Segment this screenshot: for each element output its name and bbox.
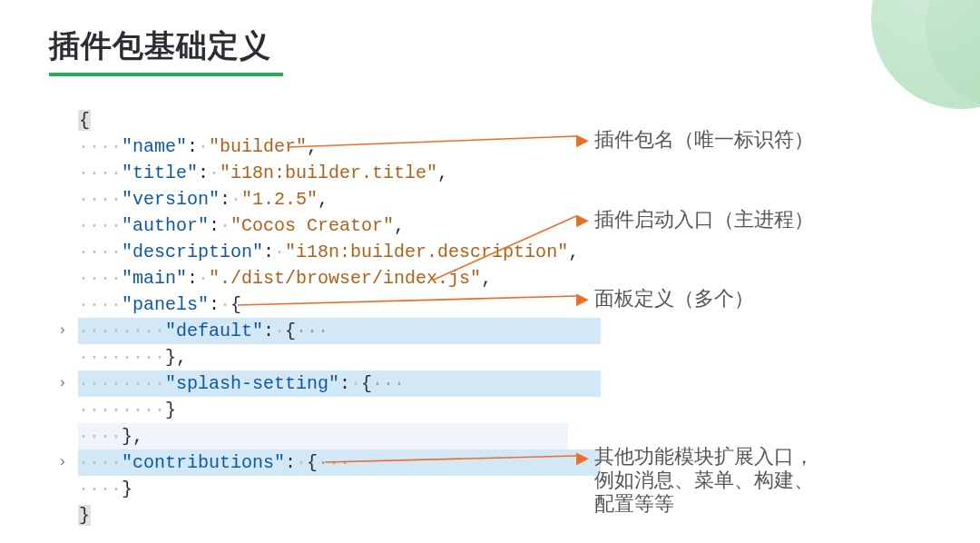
code-line-splash: ›········"splash-setting":·{··· [78, 370, 601, 397]
fold-chevron-icon[interactable]: › [58, 449, 67, 476]
code-line-splash-close: ········} [78, 397, 601, 423]
annotation-contributions: ▶ 其他功能模块扩展入口， 例如消息、菜单、构建、 配置等等 [576, 445, 814, 516]
arrow-right-icon: ▶ [576, 212, 589, 228]
code-line-description: ····"description":·"i18n:builder.descrip… [78, 239, 601, 265]
annotation-panels: ▶ 面板定义（多个） [576, 287, 754, 311]
code-line-open: { [78, 107, 601, 133]
code-line-version: ····"version":·"1.2.5", [78, 186, 601, 212]
title-underline [49, 73, 283, 76]
decor-circle-front [871, 0, 980, 109]
arrow-right-icon: ▶ [576, 132, 589, 148]
code-line-panels-close: ····}, [78, 423, 601, 449]
annotation-main: ▶ 插件启动入口（主进程） [576, 208, 814, 232]
code-line-name: ····"name":·"builder", [78, 133, 601, 160]
code-line-contributions: ›····"contributions":·{··· [78, 449, 601, 476]
arrow-right-icon: ▶ [576, 449, 589, 516]
code-line-main: ····"main":·"./dist/browser/index.js", [78, 265, 601, 291]
arrow-right-icon: ▶ [576, 291, 589, 307]
code-line-default: ›········"default":·{··· [78, 318, 601, 344]
code-line-close: } [78, 502, 601, 528]
fold-chevron-icon[interactable]: › [58, 370, 67, 397]
code-line-default-close: ········}, [78, 344, 601, 370]
code-block: { ····"name":·"builder", ····"title":·"i… [78, 107, 601, 528]
code-line-author: ····"author":·"Cocos Creator", [78, 212, 601, 239]
code-line-panels: ····"panels":·{ [78, 291, 601, 318]
annotation-name: ▶ 插件包名（唯一标识符） [576, 128, 814, 152]
fold-chevron-icon[interactable]: › [58, 318, 67, 344]
code-line-contributions-close: ····} [78, 476, 601, 502]
code-line-title: ····"title":·"i18n:builder.title", [78, 160, 601, 186]
page-title: 插件包基础定义 [49, 25, 283, 67]
title-block: 插件包基础定义 [49, 25, 283, 76]
